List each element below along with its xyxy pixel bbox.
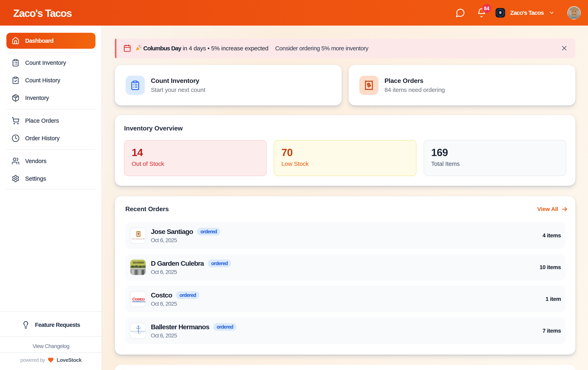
svg-text:JOSE SANTIAGO, INC.: JOSE SANTIAGO, INC. <box>132 238 145 240</box>
svg-text:BALLESTER: BALLESTER <box>131 330 139 332</box>
svg-text:DGARDEN: DGARDEN <box>133 261 144 264</box>
svg-text:PUERTO RICO: PUERTO RICO <box>133 332 144 333</box>
svg-text:WHOLESALE: WHOLESALE <box>137 301 146 303</box>
svg-text:Costco: Costco <box>132 297 145 301</box>
